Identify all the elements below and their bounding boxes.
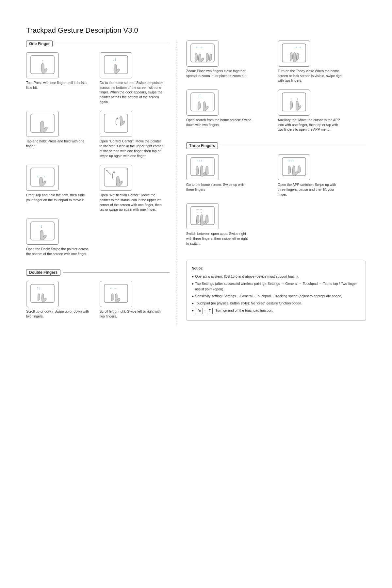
gesture-notification-center: Open "Notification Center": Move the poi… — [100, 165, 170, 212]
notice-text-5: Turn on and off the touchpad function. — [215, 308, 273, 313]
right-column: ←→ Zoom: Place two fingers close togethe… — [176, 41, 366, 325]
gesture-scroll-leftright: ←→ Scroll left or right: Swipe left or r… — [100, 281, 170, 318]
app-switcher-icon: ↑↑↑ — [281, 156, 307, 178]
svg-text:↓↓: ↓↓ — [112, 57, 117, 62]
gesture-scroll-updown: ↑↓ Scroll up or down: Swipe up or down w… — [26, 281, 96, 318]
svg-rect-23 — [191, 93, 214, 111]
svg-text:→→: →→ — [294, 45, 302, 49]
notice-item-4: ● Touchpad (no physical button style): N… — [192, 301, 360, 306]
gesture-scroll-leftright-image: ←→ — [100, 281, 132, 307]
notice-text-3: Sensitivity setting: Settings →General→T… — [195, 293, 342, 299]
gesture-drag-desc: Drag: Tap and hold the item, then slide … — [26, 193, 91, 202]
tap-icon — [29, 54, 56, 76]
plus-sign: + — [204, 308, 206, 314]
page: Trackpad Gesture Description V3.0 One Fi… — [0, 0, 392, 345]
gesture-control-center: Open "Control Center": Move the pointer … — [100, 111, 170, 158]
svg-text:↑↑↑: ↑↑↑ — [197, 158, 203, 163]
notification-center-icon — [103, 167, 129, 189]
gesture-notification-center-desc: Open "Notification Center": Move the poi… — [100, 193, 165, 212]
notice-box: Notice: ● Operating system: IOS 15.0 and… — [186, 261, 366, 321]
scroll-leftright-icon: ←→ — [103, 283, 129, 305]
svg-text:←→: ←→ — [195, 45, 203, 49]
svg-text:←→: ←→ — [109, 286, 117, 290]
gesture-switch-apps: ←→ ←→ Switch between open apps: Swipe ri… — [186, 203, 274, 246]
svg-rect-25 — [282, 93, 306, 111]
gesture-zoom-desc: Zoom: Place two fingers close together, … — [186, 69, 252, 78]
gesture-open-search-image: ↓↓ — [186, 90, 219, 116]
gesture-home-screen: ↓↓ Go to the home screen: Swipe the poin… — [100, 52, 170, 104]
gesture-open-dock-desc: Open the Dock: Swipe the pointer across … — [26, 247, 91, 256]
notice-text-4: Touchpad (no physical button style): No … — [195, 301, 302, 306]
svg-line-10 — [107, 171, 111, 174]
gesture-three-home: ↑↑↑ Go to the home screen: Swipe up with… — [186, 154, 274, 197]
gesture-app-switcher-desc: Open the APP switcher: Swipe up with thr… — [278, 182, 343, 197]
three-fingers-label: Three Fingers — [186, 142, 218, 149]
gesture-switch-apps-desc: Switch between open apps: Swipe right wi… — [186, 231, 252, 246]
three-fingers-section-header: Three Fingers — [186, 142, 366, 149]
gesture-open-search-desc: Open search from the home screen: Swipe … — [186, 118, 252, 127]
kbd-row: fn + T — [195, 308, 213, 314]
gesture-notification-center-image — [100, 165, 132, 191]
svg-text:←→: ←→ — [196, 211, 203, 214]
scroll-updown-icon: ↑↓ — [29, 283, 56, 305]
one-finger-label: One Finger — [26, 41, 53, 47]
notice-item-3: ● Sensitivity setting: Settings →General… — [192, 293, 360, 299]
open-dock-icon: ↓ — [29, 220, 56, 243]
svg-point-11 — [106, 170, 107, 171]
home-swipe-icon: ↓↓ — [103, 54, 129, 76]
tap-hold-icon — [29, 113, 56, 135]
gesture-scroll-updown-image: ↑↓ — [26, 281, 59, 307]
switch-apps-icon: ←→ ←→ — [189, 205, 216, 227]
notice-title: Notice: — [192, 266, 360, 271]
three-fingers-grid: ↑↑↑ Go to the home screen: Swipe up with… — [186, 154, 366, 246]
gesture-scroll-leftright-desc: Scroll left or right: Swipe left or righ… — [100, 309, 165, 318]
fn-key: fn — [195, 308, 203, 314]
gesture-tap: Tap: Press with one finger until it feel… — [26, 52, 96, 104]
gesture-tap-hold-image — [26, 111, 59, 137]
gesture-zoom-image: ←→ — [186, 41, 219, 67]
gesture-app-switcher-image: ↑↑↑ — [278, 154, 310, 180]
gesture-three-home-image: ↑↑↑ — [186, 154, 219, 180]
t-key: T — [207, 308, 213, 314]
gesture-drag-image: ← → — [26, 165, 59, 191]
gesture-tap-image — [26, 52, 59, 78]
double-fingers-grid: ↑↓ Scroll up or down: Swipe up or down w… — [26, 281, 170, 318]
notice-text-2: Tap Settings (after successful wireless … — [195, 281, 360, 292]
bullet-3: ● — [192, 293, 194, 299]
open-search-icon: ↓↓ — [189, 91, 216, 114]
bullet-1: ● — [192, 274, 194, 279]
gesture-scroll-updown-desc: Scroll up or down: Swipe up or down with… — [26, 309, 91, 318]
one-finger-section-header: One Finger — [26, 41, 170, 47]
notice-item-5: ● fn + T Turn on and off the touchpad fu… — [192, 308, 360, 314]
gesture-home-screen-image: ↓↓ — [100, 52, 132, 78]
svg-text:↑↑↑: ↑↑↑ — [288, 158, 294, 163]
section-divider-3 — [220, 146, 366, 146]
gesture-control-center-image — [100, 111, 132, 137]
left-column: One Finger Tap: Press with one finger u — [26, 41, 176, 325]
three-home-icon: ↑↑↑ — [189, 156, 216, 178]
svg-marker-12 — [113, 171, 115, 173]
control-center-icon — [103, 113, 129, 135]
gesture-today-view: →→ Turn on the Today view: When the home… — [278, 41, 366, 83]
gesture-three-home-desc: Go to the home screen: Swipe up with thr… — [186, 182, 252, 192]
main-layout: One Finger Tap: Press with one finger u — [26, 41, 366, 325]
page-title: Trackpad Gesture Description V3.0 — [26, 26, 366, 35]
svg-text:↑↓: ↑↓ — [37, 286, 41, 290]
notice-item-2: ● Tap Settings (after successful wireles… — [192, 281, 360, 292]
bullet-2: ● — [192, 281, 194, 286]
gesture-today-view-image: →→ — [278, 41, 310, 67]
gesture-open-search: ↓↓ Open search from the home screen: Swi… — [186, 90, 274, 132]
gesture-switch-apps-image: ←→ ←→ — [186, 203, 219, 229]
auxiliary-tap-icon — [281, 91, 307, 114]
gesture-today-view-desc: Turn on the Today view: When the home sc… — [278, 69, 343, 83]
zoom-icon: ←→ — [189, 42, 216, 65]
bullet-4: ● — [192, 301, 194, 306]
gesture-home-screen-desc: Go to the home screen: Swipe the pointer… — [100, 80, 165, 104]
gesture-auxiliary-tap-desc: Auxiliary tap: Move the cursor to the AP… — [278, 118, 343, 132]
gesture-app-switcher: ↑↑↑ Open the APP switcher: Swipe up with… — [278, 154, 366, 197]
double-fingers-label: Double Fingers — [26, 269, 60, 276]
gesture-auxiliary-tap: Auxiliary tap: Move the cursor to the AP… — [278, 90, 366, 132]
two-finger-right-grid: ←→ Zoom: Place two fingers close togethe… — [186, 41, 366, 132]
gesture-open-dock: ↓ Open the Dock: Swipe the pointer acros… — [26, 219, 96, 256]
notice-item-1: ● Operating system: IOS 15.0 and above (… — [192, 274, 360, 279]
